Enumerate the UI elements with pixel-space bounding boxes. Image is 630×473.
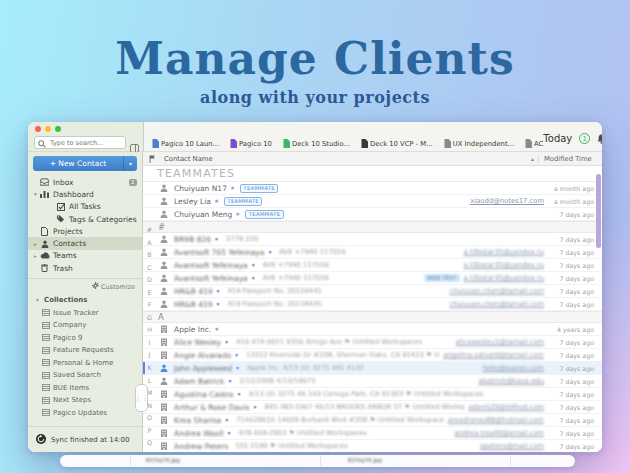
contact-row[interactable]: Avantsoft Yefeinaya★AVE +7940 117026a.t3…: [143, 259, 602, 272]
contact-row[interactable]: Agustina Castro★4/13 (0) 3275 46 143 Can…: [143, 388, 602, 401]
alphabet-index-letter[interactable]: F: [145, 299, 154, 312]
contact-row[interactable]: Angie Alvarado★13322 Riverside Dr #208, …: [143, 349, 602, 362]
contact-row[interactable]: Andrea Wooll★478-469-2963 ⚑ Untitled Wor…: [143, 427, 602, 440]
contact-name-column[interactable]: Contact Name: [164, 155, 213, 163]
collection-item-feature-requests[interactable]: Feature Requests: [28, 344, 142, 357]
contact-email[interactable]: abatrick@kava.edu: [478, 377, 544, 385]
collection-item-bue-items[interactable]: BUE Items: [28, 381, 142, 394]
search-input[interactable]: [48, 138, 122, 148]
sidebar-item-inbox[interactable]: Inbox2: [28, 176, 142, 188]
contact-row[interactable]: Apple Inc.★4 years ago: [143, 323, 602, 336]
contact-email[interactable]: chuiyuan.chen@tamail.com: [449, 287, 544, 295]
document-tab[interactable]: Pagico 10: [230, 139, 272, 148]
alphabet-index-letter[interactable]: D: [145, 274, 154, 287]
alphabet-index-letter[interactable]: C: [145, 262, 154, 275]
contact-row[interactable]: HR&B 419★419 Passport No. 20159445chuiyu…: [143, 285, 602, 298]
contact-row[interactable]: Adam Batrick★2/12/2008 4/13/59675abatric…: [143, 375, 602, 388]
collapse-icon[interactable]: ▾: [32, 191, 39, 197]
expand-icon[interactable]: ▸: [32, 253, 39, 259]
document-tab[interactable]: Deck 10 VCP - M...: [361, 139, 433, 148]
collection-item-pagico-9[interactable]: Pagico 9: [28, 331, 142, 344]
page-subtitle: along with your projects: [0, 88, 630, 107]
new-contact-dropdown[interactable]: ▾: [123, 156, 137, 171]
sidebar-item-all-tasks[interactable]: All Tasks: [28, 201, 142, 213]
document-tab[interactable]: UX Independent...: [444, 139, 514, 148]
expand-icon[interactable]: ▸: [32, 241, 39, 247]
collection-item-personal-home[interactable]: Personal & Home: [28, 356, 142, 369]
contact-row[interactable]: Arthur & Rose Davis★845-383-5967 46/13 B…: [143, 401, 602, 414]
new-contact-label: + New Contact: [33, 159, 123, 168]
sidebar-item-projects[interactable]: Projects: [28, 225, 142, 237]
alphabet-index-letter[interactable]: E: [145, 287, 154, 300]
today-button[interactable]: Today: [543, 133, 572, 144]
modified-time-column[interactable]: Modified Time: [538, 155, 596, 163]
contact-row[interactable]: Avantsoft Yefeinaya★AVE +7940 117026WEB …: [143, 272, 602, 285]
collection-item-company[interactable]: Company: [28, 319, 142, 332]
alphabet-index-letter[interactable]: A: [145, 237, 154, 250]
contact-email[interactable]: chuiyuan.chen@tamail.com: [449, 300, 544, 308]
collection-item-issue-tracker[interactable]: Issue Tracker: [28, 306, 142, 319]
document-tab[interactable]: Pagico 10 Laun...: [152, 139, 219, 148]
contact-row[interactable]: Andrew Peters555 2190 ⚑ Untitled Workspa…: [143, 440, 602, 452]
alphabet-index-letter[interactable]: H: [145, 324, 154, 337]
contact-details: 714628616 14609 Burbank Blvd #208 ⚑ Unti…: [236, 416, 444, 424]
minimize-button[interactable]: [45, 126, 51, 132]
sort-asc-icon[interactable]: ▴: [531, 155, 534, 162]
flag-icon[interactable]: [149, 155, 156, 163]
alphabet-index-letter[interactable]: J: [145, 349, 154, 362]
zoom-button[interactable]: [55, 126, 61, 132]
alphabet-index-letter[interactable]: G: [145, 312, 154, 325]
alphabet-index-letter[interactable]: O: [145, 412, 154, 425]
traffic-lights[interactable]: [35, 126, 61, 132]
collection-item-next-steps[interactable]: Next Steps: [28, 394, 142, 407]
contact-email[interactable]: adavis29@64hod.com: [468, 403, 544, 411]
alphabet-index-letter[interactable]: I: [145, 337, 154, 350]
sidebar-item-teams[interactable]: ▸Teams: [28, 250, 142, 262]
alphabet-index-letter[interactable]: K: [145, 362, 154, 375]
contact-email[interactable]: apeters@mail.com: [480, 442, 544, 450]
collection-item-pagico-updates[interactable]: Pagico Updates: [28, 406, 142, 419]
document-tab[interactable]: Deck 10 Studio...: [283, 139, 350, 148]
sync-icon[interactable]: [36, 434, 46, 446]
contact-email[interactable]: andrea.mia49@amail.com: [455, 429, 544, 437]
contact-email[interactable]: alicewesley1@tamail.com: [456, 338, 544, 346]
contact-row[interactable]: BR9B 826★2778 2267 days ago: [143, 233, 602, 246]
contact-email[interactable]: xiaodd@notes17.com: [470, 197, 544, 205]
contact-row[interactable]: Krea Sharisa★714628616 14609 Burbank Blv…: [143, 414, 602, 427]
alphabet-index-letter[interactable]: Q: [145, 437, 154, 450]
contact-row[interactable]: Alice Wesley★416-474-9651 9356 Amigo Ave…: [143, 336, 602, 349]
contact-row[interactable]: Lesley Lia★TEAMMATExiaodd@notes17.coma m…: [143, 195, 602, 208]
building-icon: [159, 325, 169, 333]
contact-row[interactable]: Chuiyuan Meng★TEAMMATE7 days ago: [143, 208, 602, 221]
contact-name: HR&B 419: [174, 287, 213, 296]
contact-row[interactable]: HR&B 419★419 Passport No. 20159445chuiyu…: [143, 298, 602, 311]
contact-row[interactable]: John Appleseed★Apple Inc. 4/13 (0) 3275 …: [143, 362, 602, 375]
contact-email[interactable]: a.t3bstar35@yandex.ru: [464, 274, 544, 282]
sidebar-item-dashboard[interactable]: ▾Dashboard: [28, 188, 142, 200]
contact-email[interactable]: a.t3bstar35@yandex.ru: [464, 248, 544, 256]
sidebar-item-tags-categories[interactable]: Tags & Categories: [28, 213, 142, 225]
sidebar-item-trash[interactable]: Trash: [28, 262, 142, 274]
contact-email[interactable]: angelina.salvard@tamail.com: [443, 351, 544, 359]
collections-header[interactable]: ▾ Collections: [28, 294, 142, 306]
list-header: Contact Name ▴ Modified Time: [143, 152, 602, 166]
new-contact-button[interactable]: + New Contact ▾: [33, 156, 137, 171]
bell-icon[interactable]: [597, 129, 602, 148]
contact-email[interactable]: areadranso88@hotmail.com: [448, 416, 544, 424]
sidebar-item-contacts[interactable]: ▸Contacts: [28, 237, 142, 249]
scrollbar-thumb[interactable]: [596, 174, 601, 248]
alphabet-index-letter[interactable]: P: [145, 425, 154, 438]
contact-row[interactable]: Avantsoft 765 Yefeinaya★AVE +7940 117026…: [143, 246, 602, 259]
sidebar-resize-handle[interactable]: ⋮⋮: [135, 384, 148, 412]
contact-email[interactable]: hello@waves.com: [483, 364, 544, 372]
customize-button[interactable]: Customize: [28, 281, 142, 292]
contact-row[interactable]: Chuiyuan N17★TEAMMATEa month ago: [143, 182, 602, 195]
alphabet-index-letter[interactable]: #: [145, 224, 154, 237]
alphabet-index-letter[interactable]: B: [145, 249, 154, 262]
search-box[interactable]: [34, 136, 126, 149]
contact-email[interactable]: a.t3bstar35@yandex.ru: [464, 261, 544, 269]
close-button[interactable]: [35, 126, 41, 132]
collection-item-saved-search[interactable]: Saved Search: [28, 369, 142, 382]
contact-name: Agustina Castro: [174, 390, 234, 399]
document-tab[interactable]: AC: [525, 139, 543, 148]
